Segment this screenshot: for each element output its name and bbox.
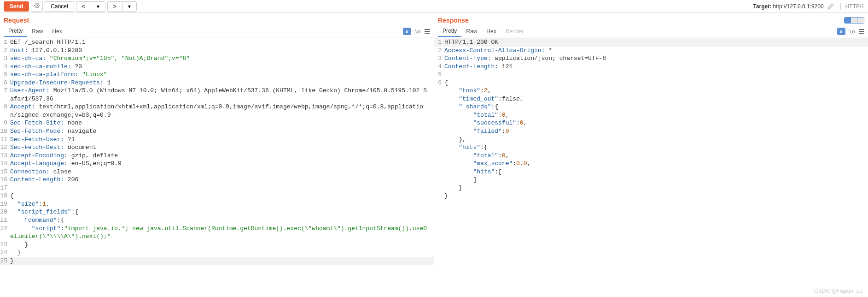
code-line[interactable]: "hits":[ — [434, 168, 868, 176]
line-content[interactable]: "_shards":{ — [444, 103, 868, 111]
line-content[interactable]: Sec-Fetch-Mode: navigate — [10, 127, 434, 136]
code-line[interactable]: 6Upgrade-Insecure-Requests: 1 — [0, 79, 434, 87]
code-line[interactable]: 15Connection: close — [0, 168, 434, 176]
line-content[interactable]: Sec-Fetch-User: ?1 — [10, 136, 434, 144]
code-line[interactable]: 18{ — [0, 192, 434, 200]
request-menu-icon[interactable] — [425, 29, 430, 34]
code-line[interactable]: 24 } — [0, 249, 434, 257]
code-line[interactable]: } — [434, 184, 868, 192]
line-content[interactable]: { — [444, 79, 868, 87]
code-line[interactable]: "_shards":{ — [434, 103, 868, 111]
line-content[interactable]: Content-Length: 206 — [10, 176, 434, 184]
line-content[interactable]: Sec-Fetch-Dest: document — [10, 143, 434, 152]
code-line[interactable]: 4Content-Length: 121 — [434, 63, 868, 71]
line-content[interactable]: Upgrade-Insecure-Requests: 1 — [10, 79, 434, 87]
request-tab-pretty[interactable]: Pretty — [4, 26, 27, 37]
code-line[interactable]: 9Sec-Fetch-Site: none — [0, 119, 434, 127]
request-tab-hex[interactable]: Hex — [47, 26, 66, 36]
line-content[interactable]: Sec-Fetch-Site: none — [10, 119, 434, 127]
edit-target-icon[interactable] — [827, 3, 834, 10]
response-menu-icon[interactable] — [859, 29, 864, 34]
line-content[interactable]: }, — [444, 136, 868, 144]
request-actions-icon[interactable]: ≡ — [403, 28, 411, 35]
code-line[interactable]: 1HTTP/1.1 200 OK — [434, 38, 868, 47]
layout-toggle[interactable] — [844, 17, 864, 24]
code-line[interactable]: 10Sec-Fetch-Mode: navigate — [0, 127, 434, 136]
response-tab-raw[interactable]: Raw — [461, 26, 482, 36]
line-content[interactable]: Content-Length: 121 — [444, 63, 868, 71]
code-line[interactable]: "took":2, — [434, 87, 868, 95]
code-line[interactable]: } — [434, 192, 868, 200]
line-content[interactable]: "script_fields":{ — [10, 208, 434, 216]
code-line[interactable]: 13Accept-Encoding: gzip, deflate — [0, 152, 434, 160]
line-content[interactable]: HTTP/1.1 200 OK — [444, 38, 868, 47]
cancel-button[interactable]: Cancel — [45, 1, 74, 12]
code-line[interactable]: 14Accept-Language: en-US,en;q=0.9 — [0, 160, 434, 168]
line-content[interactable]: Access-Control-Allow-Origin: * — [444, 47, 868, 55]
line-content[interactable]: "hits":{ — [444, 143, 868, 152]
code-line[interactable]: "max_score":0.0, — [434, 160, 868, 168]
line-content[interactable]: "took":2, — [444, 87, 868, 95]
line-content[interactable]: "failed":0 — [444, 127, 868, 136]
code-line[interactable]: 20 "script_fields":{ — [0, 208, 434, 216]
code-line[interactable]: 22 "script":"import java.io.*; new java.… — [0, 225, 434, 241]
code-line[interactable]: 3sec-ch-ua: "Chromium";v="105", "Not)A;B… — [0, 54, 434, 63]
back-button[interactable]: < — [76, 1, 91, 12]
code-line[interactable]: 4sec-ch-ua-mobile: ?0 — [0, 63, 434, 71]
line-content[interactable]: } — [10, 241, 434, 249]
line-content[interactable]: "timed_out":false, — [444, 95, 868, 103]
line-content[interactable]: "successful":0, — [444, 119, 868, 127]
code-line[interactable]: 25} — [0, 257, 434, 265]
response-actions-icon[interactable]: ≡ — [837, 28, 845, 35]
line-content[interactable]: User-Agent: Mozilla/5.0 (Windows NT 10.0… — [10, 87, 434, 103]
line-content[interactable]: "total":0, — [444, 111, 868, 119]
code-line[interactable]: 3Content-Type: application/json; charset… — [434, 54, 868, 63]
request-editor[interactable]: 1GET /_search HTTP/1.12Host: 127.0.0.1:9… — [0, 37, 434, 266]
code-line[interactable]: 23 } — [0, 241, 434, 249]
code-line[interactable]: 17 — [0, 184, 434, 192]
code-line[interactable]: }, — [434, 136, 868, 144]
newline-icon[interactable]: \n — [849, 29, 855, 35]
code-line[interactable]: 1GET /_search HTTP/1.1 — [0, 38, 434, 47]
line-content[interactable]: Host: 127.0.0.1:9200 — [10, 47, 434, 55]
newline-icon[interactable]: \n — [415, 29, 421, 35]
layout-top-icon[interactable] — [851, 18, 857, 23]
code-line[interactable]: 11Sec-Fetch-User: ?1 — [0, 136, 434, 144]
line-content[interactable]: } — [10, 249, 434, 257]
line-content[interactable]: "total":0, — [444, 152, 868, 160]
request-tab-raw[interactable]: Raw — [27, 26, 47, 36]
code-line[interactable]: "successful":0, — [434, 119, 868, 127]
line-content[interactable]: Accept-Encoding: gzip, deflate — [10, 152, 434, 160]
line-content[interactable]: sec-ch-ua-platform: "Linux" — [10, 71, 434, 79]
code-line[interactable]: "hits":{ — [434, 143, 868, 152]
line-content[interactable]: Content-Type: application/json; charset=… — [444, 54, 868, 63]
line-content[interactable]: ] — [444, 176, 868, 184]
line-content[interactable]: "script":"import java.io.*; new java.uti… — [10, 225, 434, 241]
line-content[interactable]: "size":1, — [10, 200, 434, 208]
settings-button[interactable] — [31, 1, 43, 12]
code-line[interactable]: 7User-Agent: Mozilla/5.0 (Windows NT 10.… — [0, 87, 434, 103]
line-content[interactable]: } — [10, 257, 434, 265]
code-line[interactable]: "failed":0 — [434, 127, 868, 136]
line-content[interactable]: { — [10, 192, 434, 200]
layout-full-icon[interactable] — [857, 18, 864, 23]
code-line[interactable]: 5 — [434, 71, 868, 79]
line-content[interactable]: } — [444, 184, 868, 192]
code-line[interactable]: 2Host: 127.0.0.1:9200 — [0, 47, 434, 55]
send-button[interactable]: Send — [4, 1, 29, 12]
line-content[interactable]: Connection: close — [10, 168, 434, 176]
code-line[interactable]: 5sec-ch-ua-platform: "Linux" — [0, 71, 434, 79]
line-content[interactable]: "hits":[ — [444, 168, 868, 176]
layout-split-icon[interactable] — [845, 18, 851, 23]
code-line[interactable]: 12Sec-Fetch-Dest: document — [0, 143, 434, 152]
line-content[interactable]: sec-ch-ua: "Chromium";v="105", "Not)A;Br… — [10, 54, 434, 63]
code-line[interactable]: 16Content-Length: 206 — [0, 176, 434, 184]
response-tab-pretty[interactable]: Pretty — [438, 26, 461, 37]
line-content[interactable] — [444, 71, 868, 79]
code-line[interactable]: 8Accept: text/html,application/xhtml+xml… — [0, 103, 434, 119]
code-line[interactable]: 6{ — [434, 79, 868, 87]
forward-dropdown[interactable]: ▾ — [122, 1, 137, 12]
code-line[interactable]: 2Access-Control-Allow-Origin: * — [434, 47, 868, 55]
line-content[interactable]: } — [444, 192, 868, 200]
back-dropdown[interactable]: ▾ — [91, 1, 105, 12]
